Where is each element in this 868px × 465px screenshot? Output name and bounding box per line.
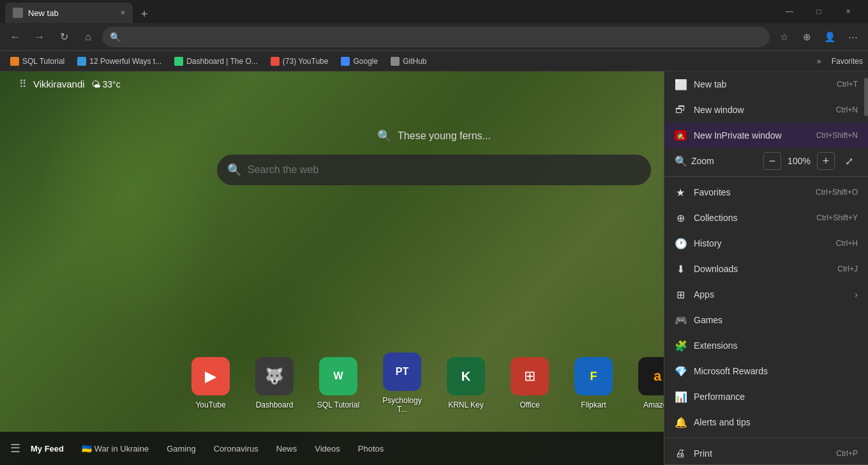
shortcut-krnl[interactable]: K KRNL Key: [440, 357, 491, 409]
shortcut-dashboard[interactable]: 🐺 Dashboard: [249, 357, 300, 409]
inprivate-icon: 🕵: [675, 130, 686, 141]
zoom-decrease-button[interactable]: −: [763, 152, 781, 170]
menu-downloads[interactable]: ⬇ Downloads Ctrl+J: [664, 256, 868, 282]
fav-dashboard-icon: [174, 57, 183, 66]
menu-downloads-label: Downloads: [694, 264, 830, 274]
maximize-button[interactable]: □: [804, 0, 834, 23]
address-input[interactable]: [126, 32, 762, 42]
shortcut-office-icon: ⊞: [511, 357, 549, 395]
fav-google[interactable]: Google: [336, 55, 383, 68]
title-bar: New tab × + — □ ×: [0, 0, 868, 23]
image-caption-text: These young ferns...: [398, 130, 491, 142]
my-feed-label[interactable]: My Feed: [31, 444, 64, 454]
new-tab-button[interactable]: +: [135, 5, 153, 23]
menu-apps[interactable]: ⊞ Apps ›: [664, 282, 868, 307]
back-button[interactable]: ←: [5, 27, 26, 47]
fav-powerful[interactable]: 12 Powerful Ways t...: [72, 55, 167, 68]
window-controls: — □ ×: [775, 0, 863, 23]
menu-divider-2: [664, 438, 868, 438]
shortcut-sql[interactable]: W SQL Tutorial: [313, 357, 364, 409]
apps-menu-arrow: ›: [855, 289, 858, 300]
dropdown-menu: ⬜ New tab Ctrl+T 🗗 New window Ctrl+N 🕵 N…: [664, 72, 868, 465]
fav-sql[interactable]: SQL Tutorial: [5, 55, 70, 68]
fav-youtube[interactable]: (73) YouTube: [266, 55, 334, 68]
close-button[interactable]: ×: [834, 0, 863, 23]
fav-youtube-icon: [271, 57, 280, 66]
news-item-photos[interactable]: Photos: [350, 440, 391, 457]
menu-collections-shortcut: Ctrl+Shift+Y: [816, 213, 858, 222]
new-window-icon: 🗗: [675, 104, 686, 116]
weather-text: 🌤 33°c: [91, 79, 121, 89]
menu-extensions[interactable]: 🧩 Extensions: [664, 333, 868, 358]
news-item-news[interactable]: News: [269, 440, 305, 457]
news-item-gaming[interactable]: Gaming: [159, 440, 204, 457]
toolbar: ← → ↻ ⌂ 🔍 ☆ ⊕ 👤 ⋯: [0, 23, 868, 51]
search-box[interactable]: 🔍: [217, 155, 651, 185]
menu-print[interactable]: 🖨 Print Ctrl+P: [664, 441, 868, 465]
shortcut-psychology-icon: PT: [383, 353, 421, 391]
menu-collections[interactable]: ⊕ Collections Ctrl+Shift+Y: [664, 205, 868, 231]
menu-downloads-shortcut: Ctrl+J: [837, 264, 858, 273]
menu-alerts-label: Alerts and tips: [694, 417, 858, 427]
main-area: ⠿ Vikkiravandi 🌤 33°c 🔍 These young fern…: [0, 72, 868, 465]
scrollbar-thumb[interactable]: [864, 78, 868, 116]
zoom-row: 🔍 Zoom − 100% + ⤢: [664, 148, 868, 174]
profile-button[interactable]: 👤: [819, 27, 840, 47]
active-tab[interactable]: New tab ×: [5, 3, 133, 23]
camera-icon: 🔍: [377, 129, 391, 143]
favorites-more[interactable]: »: [811, 54, 826, 68]
apps-menu-icon: ⊞: [675, 289, 686, 301]
menu-divider-1: [664, 176, 868, 177]
shortcut-krnl-icon: K: [447, 357, 485, 395]
shortcut-psychology[interactable]: PT Psychology T...: [377, 353, 428, 414]
menu-new-tab[interactable]: ⬜ New tab Ctrl+T: [664, 72, 868, 97]
news-item-coronavirus[interactable]: Coronavirus: [206, 440, 266, 457]
games-menu-icon: 🎮: [675, 314, 686, 326]
favorites-button[interactable]: ☆: [774, 27, 794, 47]
menu-performance[interactable]: 📊 Performance: [664, 384, 868, 409]
refresh-button[interactable]: ↻: [54, 27, 74, 47]
downloads-menu-icon: ⬇: [675, 263, 686, 275]
fav-google-label: Google: [353, 57, 378, 66]
grid-icon[interactable]: ⠿: [19, 78, 27, 90]
shortcut-flipkart[interactable]: F Flipkart: [568, 357, 619, 409]
shortcut-krnl-label: KRNL Key: [448, 400, 484, 409]
menu-games[interactable]: 🎮 Games: [664, 307, 868, 333]
menu-print-shortcut: Ctrl+P: [836, 449, 858, 458]
menu-favorites[interactable]: ★ Favorites Ctrl+Shift+O: [664, 179, 868, 205]
zoom-value: 100%: [786, 156, 812, 166]
collections-button[interactable]: ⊕: [797, 27, 817, 47]
menu-print-label: Print: [694, 448, 828, 459]
address-bar[interactable]: 🔍: [102, 27, 770, 47]
tab-close-button[interactable]: ×: [121, 8, 125, 17]
extensions-menu-icon: 🧩: [675, 340, 686, 352]
menu-new-window[interactable]: 🗗 New window Ctrl+N: [664, 97, 868, 123]
fav-dashboard[interactable]: Dashboard | The O...: [169, 55, 263, 68]
shortcut-flipkart-label: Flipkart: [581, 400, 606, 409]
search-input[interactable]: [248, 164, 641, 176]
menu-inprivate[interactable]: 🕵 New InPrivate window Ctrl+Shift+N: [664, 123, 868, 148]
shortcuts-area: ▶ YouTube 🐺 Dashboard W SQL Tutorial PT: [185, 353, 683, 414]
menu-inprivate-label: New InPrivate window: [694, 130, 809, 141]
zoom-expand-button[interactable]: ⤢: [840, 152, 858, 170]
zoom-increase-button[interactable]: +: [817, 152, 835, 170]
shortcut-youtube[interactable]: ▶ YouTube: [185, 357, 236, 409]
more-options-button[interactable]: ⋯: [842, 27, 863, 47]
fav-sql-label: SQL Tutorial: [22, 57, 64, 66]
news-hamburger-icon[interactable]: ☰: [10, 441, 20, 455]
fav-github[interactable]: GitHub: [385, 55, 431, 68]
news-item-ukraine[interactable]: 🇺🇦 War in Ukraine: [74, 440, 156, 457]
shortcut-office[interactable]: ⊞ Office: [504, 357, 555, 409]
home-button[interactable]: ⌂: [78, 27, 98, 47]
menu-alerts[interactable]: 🔔 Alerts and tips: [664, 409, 868, 435]
minimize-button[interactable]: —: [775, 0, 804, 23]
menu-new-tab-label: New tab: [694, 79, 829, 89]
news-item-videos[interactable]: Videos: [307, 440, 348, 457]
zoom-label: Zoom: [691, 156, 758, 166]
menu-history[interactable]: 🕐 History Ctrl+H: [664, 231, 868, 256]
weather-widget[interactable]: 🌤 33°c: [91, 79, 121, 89]
toolbar-right: ☆ ⊕ 👤 ⋯: [774, 27, 863, 47]
menu-rewards[interactable]: 💎 Microsoft Rewards: [664, 358, 868, 384]
forward-button[interactable]: →: [29, 27, 50, 47]
menu-history-label: History: [694, 238, 828, 248]
